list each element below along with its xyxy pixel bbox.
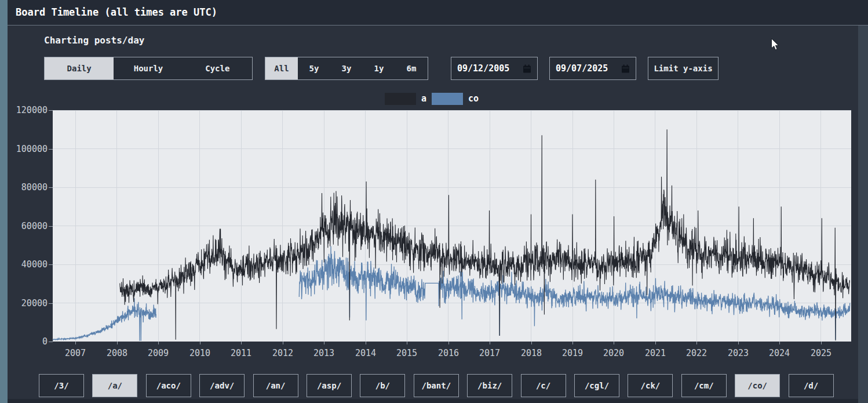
y-tick [49, 303, 53, 304]
range-option-5y[interactable]: 5y [298, 57, 330, 79]
board-button-3[interactable]: /3/ [39, 374, 84, 397]
date-to-value: 09/07/2025 [556, 63, 608, 74]
x-axis-label: 2009 [138, 348, 178, 358]
board-button-cgl[interactable]: /cgl/ [574, 374, 619, 397]
y-axis-label: 0 [2, 336, 48, 347]
board-button-d[interactable]: /d/ [789, 374, 834, 397]
range-option-1y[interactable]: 1y [363, 57, 395, 79]
x-tick [490, 342, 490, 344]
legend-label-co: co [468, 93, 479, 104]
x-axis-label: 2018 [511, 348, 552, 358]
x-axis-label: 2023 [718, 348, 758, 358]
x-axis-label: 2019 [552, 348, 593, 358]
board-button-b[interactable]: /b/ [360, 374, 405, 397]
x-tick [614, 342, 614, 344]
x-tick [117, 342, 118, 344]
x-axis-label: 2015 [386, 348, 427, 358]
window-title: Board Timeline (all times are UTC) [16, 6, 217, 18]
board-button-a[interactable]: /a/ [92, 374, 137, 397]
x-tick [448, 342, 449, 344]
x-tick [75, 342, 76, 344]
window-titlebar: Board Timeline (all times are UTC) [8, 0, 868, 26]
board-button-asp[interactable]: /asp/ [307, 374, 352, 397]
x-tick [366, 342, 366, 344]
legend-label-a: a [421, 93, 426, 104]
range-option-6m[interactable]: 6m [395, 57, 428, 79]
x-axis-label: 2013 [304, 348, 344, 358]
x-axis-label: 2025 [801, 348, 841, 358]
granularity-option-cycle[interactable]: Cycle [183, 57, 252, 79]
x-tick [655, 342, 656, 344]
scrollbar-track[interactable] [858, 26, 868, 403]
calendar-icon[interactable] [621, 64, 630, 73]
limit-y-axis-button[interactable]: Limit y-axis [648, 57, 719, 80]
panel-heading: Charting posts/day [44, 35, 144, 46]
x-tick [572, 342, 573, 344]
mouse-cursor [771, 38, 779, 51]
x-axis-label: 2020 [593, 348, 634, 358]
board-button-c[interactable]: /c/ [521, 374, 566, 397]
date-to-input[interactable]: 09/07/2025 [549, 57, 636, 80]
range-option-3y[interactable]: 3y [330, 57, 363, 79]
granularity-toggle-group: DailyHourlyCycle [44, 57, 253, 80]
x-tick [283, 342, 283, 344]
granularity-option-hourly[interactable]: Hourly [114, 57, 183, 79]
x-axis-label: 2007 [55, 348, 96, 358]
range-option-all[interactable]: All [265, 57, 298, 79]
board-button-cm[interactable]: /cm/ [681, 374, 727, 397]
y-axis-label: 80000 [2, 182, 48, 193]
x-axis-label: 2016 [428, 348, 469, 358]
y-axis-label: 100000 [2, 144, 48, 154]
y-axis-label: 60000 [2, 221, 48, 231]
y-tick [49, 264, 53, 265]
x-tick [407, 342, 407, 344]
y-tick [49, 342, 53, 342]
y-axis-label: 40000 [2, 259, 48, 270]
x-tick [531, 342, 532, 344]
x-tick [696, 342, 697, 344]
x-axis-label: 2012 [262, 348, 303, 358]
x-axis-label: 2017 [469, 348, 510, 358]
bottom-edge-strip [8, 399, 868, 403]
board-button-an[interactable]: /an/ [253, 374, 298, 397]
board-button-adv[interactable]: /adv/ [199, 374, 245, 397]
granularity-option-daily[interactable]: Daily [45, 57, 114, 79]
x-tick [738, 342, 739, 344]
board-button-biz[interactable]: /biz/ [467, 374, 512, 397]
board-timeline-app: Board Timeline (all times are UTC) Chart… [0, 0, 868, 403]
x-axis-label: 2011 [221, 348, 261, 358]
x-axis-label: 2014 [345, 348, 386, 358]
date-from-value: 09/12/2005 [457, 63, 509, 74]
y-tick [49, 226, 53, 227]
board-button-ck[interactable]: /ck/ [628, 374, 673, 397]
x-tick [241, 342, 242, 344]
x-axis-label: 2022 [676, 348, 717, 358]
y-tick [49, 149, 53, 150]
y-tick [49, 110, 53, 111]
x-tick [779, 342, 780, 344]
legend-swatch-co [432, 93, 463, 105]
board-button-bant[interactable]: /bant/ [414, 374, 459, 397]
x-axis-label: 2008 [97, 348, 137, 358]
x-tick [821, 342, 822, 344]
board-button-aco[interactable]: /aco/ [146, 374, 191, 397]
x-tick [158, 342, 159, 344]
legend-swatch-a [385, 93, 416, 105]
y-axis-label: 20000 [2, 298, 48, 308]
date-from-input[interactable]: 09/12/2005 [451, 57, 538, 80]
board-button-co[interactable]: /co/ [735, 374, 780, 397]
chart-plot-area[interactable] [53, 110, 851, 342]
chart-canvas [53, 110, 851, 342]
chart-legend: aco [385, 92, 479, 106]
range-toggle-group: All5y3y1y6m [265, 57, 428, 80]
x-tick [200, 342, 200, 344]
y-axis-label: 120000 [2, 105, 48, 115]
x-axis-label: 2010 [180, 348, 220, 358]
x-axis-label: 2021 [635, 348, 676, 358]
x-tick [324, 342, 324, 344]
y-tick [49, 187, 53, 188]
calendar-icon[interactable] [523, 64, 531, 73]
x-axis-label: 2024 [759, 348, 800, 358]
